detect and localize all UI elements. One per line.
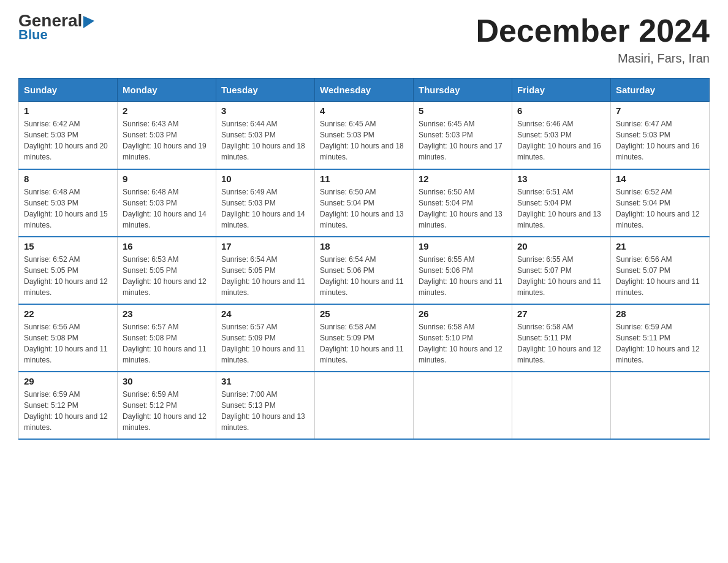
day-number: 21 [616,241,704,251]
calendar-cell: 8 Sunrise: 6:48 AM Sunset: 5:03 PM Dayli… [19,169,118,237]
daylight-label: Daylight: 10 hours and 12 minutes. [123,412,207,432]
sunset-label: Sunset: 5:03 PM [24,131,78,139]
day-number: 5 [419,105,507,116]
day-number: 26 [419,308,507,319]
header-sunday: Sunday [19,79,118,102]
sunrise-label: Sunrise: 6:58 AM [517,323,573,331]
day-number: 17 [221,241,309,251]
sunset-label: Sunset: 5:06 PM [419,266,473,275]
header-monday: Monday [118,79,216,102]
day-info: Sunrise: 6:44 AM Sunset: 5:03 PM Dayligh… [221,118,309,163]
day-info: Sunrise: 6:55 AM Sunset: 5:07 PM Dayligh… [517,254,605,298]
calendar-cell: 10 Sunrise: 6:49 AM Sunset: 5:03 PM Dayl… [216,169,315,237]
calendar-cell [611,372,710,439]
calendar-cell: 15 Sunrise: 6:52 AM Sunset: 5:05 PM Dayl… [19,237,118,304]
header-tuesday: Tuesday [216,79,315,102]
day-info: Sunrise: 6:48 AM Sunset: 5:03 PM Dayligh… [24,186,112,231]
sunset-label: Sunset: 5:05 PM [24,266,78,275]
calendar-body: 1 Sunrise: 6:42 AM Sunset: 5:03 PM Dayli… [19,102,710,439]
day-info: Sunrise: 6:54 AM Sunset: 5:05 PM Dayligh… [221,254,309,298]
sunset-label: Sunset: 5:03 PM [517,131,572,139]
sunrise-label: Sunrise: 7:00 AM [221,390,277,399]
calendar-cell: 11 Sunrise: 6:50 AM Sunset: 5:04 PM Dayl… [315,169,414,237]
day-info: Sunrise: 6:42 AM Sunset: 5:03 PM Dayligh… [24,118,112,163]
day-info: Sunrise: 6:55 AM Sunset: 5:06 PM Dayligh… [419,254,507,298]
daylight-label: Daylight: 10 hours and 17 minutes. [419,142,502,161]
calendar-cell: 12 Sunrise: 6:50 AM Sunset: 5:04 PM Dayl… [414,169,512,237]
day-number: 14 [616,174,704,184]
sunset-label: Sunset: 5:03 PM [320,131,374,139]
day-number: 16 [123,241,211,251]
calendar-cell [414,372,512,439]
day-number: 8 [24,174,112,184]
sunrise-label: Sunrise: 6:47 AM [616,120,672,128]
day-number: 25 [320,308,408,319]
sunset-label: Sunset: 5:03 PM [616,131,670,139]
sunrise-label: Sunrise: 6:48 AM [123,188,178,196]
day-info: Sunrise: 6:47 AM Sunset: 5:03 PM Dayligh… [616,118,704,163]
sunset-label: Sunset: 5:13 PM [221,401,276,410]
sunset-label: Sunset: 5:04 PM [616,199,670,207]
sunrise-label: Sunrise: 6:48 AM [24,188,80,196]
sunset-label: Sunset: 5:05 PM [221,266,276,275]
logo-triangle-icon [83,16,94,28]
sunset-label: Sunset: 5:12 PM [24,401,78,410]
sunrise-label: Sunrise: 6:56 AM [24,323,80,331]
day-number: 1 [24,105,112,116]
day-number: 20 [517,241,605,251]
sunrise-label: Sunrise: 6:49 AM [221,188,277,196]
day-info: Sunrise: 6:59 AM Sunset: 5:12 PM Dayligh… [24,389,112,433]
calendar-cell: 9 Sunrise: 6:48 AM Sunset: 5:03 PM Dayli… [118,169,216,237]
sunset-label: Sunset: 5:03 PM [221,199,276,207]
sunset-label: Sunset: 5:08 PM [24,334,78,342]
day-info: Sunrise: 6:46 AM Sunset: 5:03 PM Dayligh… [517,118,605,163]
calendar-cell: 28 Sunrise: 6:59 AM Sunset: 5:11 PM Dayl… [611,304,710,372]
sunset-label: Sunset: 5:03 PM [24,199,78,207]
sunrise-label: Sunrise: 6:45 AM [320,120,376,128]
sunset-label: Sunset: 5:04 PM [320,199,374,207]
day-number: 12 [419,174,507,184]
day-info: Sunrise: 6:58 AM Sunset: 5:11 PM Dayligh… [517,321,605,366]
calendar-cell: 14 Sunrise: 6:52 AM Sunset: 5:04 PM Dayl… [611,169,710,237]
day-info: Sunrise: 6:56 AM Sunset: 5:08 PM Dayligh… [24,321,112,366]
daylight-label: Daylight: 10 hours and 11 minutes. [320,277,404,297]
daylight-label: Daylight: 10 hours and 11 minutes. [517,277,601,297]
day-number: 6 [517,105,605,116]
sunrise-label: Sunrise: 6:55 AM [517,255,573,264]
day-number: 4 [320,105,408,116]
day-info: Sunrise: 7:00 AM Sunset: 5:13 PM Dayligh… [221,389,309,433]
sunrise-label: Sunrise: 6:54 AM [320,255,376,264]
sunrise-label: Sunrise: 6:43 AM [123,120,178,128]
daylight-label: Daylight: 10 hours and 13 minutes. [320,210,404,229]
day-info: Sunrise: 6:58 AM Sunset: 5:10 PM Dayligh… [419,321,507,366]
day-number: 11 [320,174,408,184]
daylight-label: Daylight: 10 hours and 13 minutes. [221,412,305,432]
day-number: 27 [517,308,605,319]
sunrise-label: Sunrise: 6:58 AM [320,323,376,331]
sunset-label: Sunset: 5:11 PM [517,334,572,342]
sunrise-label: Sunrise: 6:52 AM [24,255,80,264]
day-number: 29 [24,376,112,386]
day-info: Sunrise: 6:53 AM Sunset: 5:05 PM Dayligh… [123,254,211,298]
calendar-cell: 6 Sunrise: 6:46 AM Sunset: 5:03 PM Dayli… [512,102,611,169]
daylight-label: Daylight: 10 hours and 20 minutes. [24,142,108,161]
sunrise-label: Sunrise: 6:58 AM [419,323,474,331]
day-info: Sunrise: 6:48 AM Sunset: 5:03 PM Dayligh… [123,186,211,231]
sunset-label: Sunset: 5:10 PM [419,334,473,342]
daylight-label: Daylight: 10 hours and 12 minutes. [616,345,700,364]
day-info: Sunrise: 6:52 AM Sunset: 5:05 PM Dayligh… [24,254,112,298]
day-number: 13 [517,174,605,184]
sunrise-label: Sunrise: 6:42 AM [24,120,80,128]
daylight-label: Daylight: 10 hours and 12 minutes. [24,412,108,432]
calendar-cell [512,372,611,439]
calendar-week-row: 15 Sunrise: 6:52 AM Sunset: 5:05 PM Dayl… [19,237,710,304]
day-number: 10 [221,174,309,184]
day-info: Sunrise: 6:54 AM Sunset: 5:06 PM Dayligh… [320,254,408,298]
daylight-label: Daylight: 10 hours and 13 minutes. [419,210,502,229]
sunset-label: Sunset: 5:12 PM [123,401,177,410]
day-info: Sunrise: 6:57 AM Sunset: 5:09 PM Dayligh… [221,321,309,366]
calendar-cell [315,372,414,439]
sunrise-label: Sunrise: 6:55 AM [419,255,474,264]
header-friday: Friday [512,79,611,102]
calendar-cell: 27 Sunrise: 6:58 AM Sunset: 5:11 PM Dayl… [512,304,611,372]
